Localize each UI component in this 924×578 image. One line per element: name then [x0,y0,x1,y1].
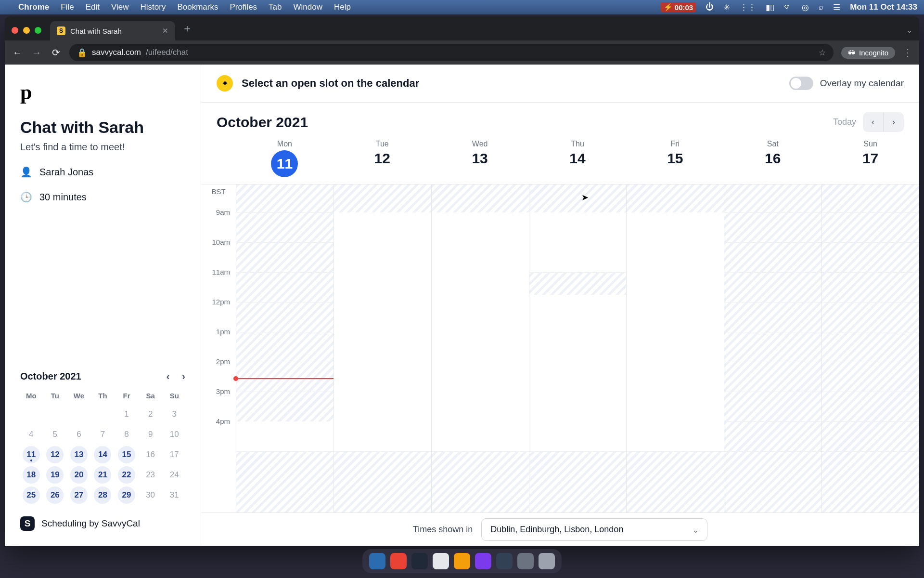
mini-calendar-day[interactable]: 26 [46,486,64,504]
dock-app[interactable] [369,553,385,569]
menubar-item[interactable]: Help [334,2,351,12]
dock-app[interactable] [539,553,555,569]
mini-calendar-day[interactable]: 20 [70,466,88,484]
time-grid[interactable]: BST 9am10am11am12pm1pm2pm3pm4pm ➤ [201,184,919,546]
incognito-badge[interactable]: 🕶 Incognito [841,47,895,59]
dock-app[interactable] [517,553,534,569]
nav-reload-button[interactable]: ⟳ [50,47,62,58]
timezone-value: Dublin, Edinburgh, Lisbon, London [490,525,623,534]
macos-menubar: Chrome FileEditViewHistoryBookmarksProfi… [0,0,924,14]
battery-status[interactable]: ⚡00:03 [661,2,696,12]
mini-calendar-day[interactable]: 12 [46,446,64,463]
overlay-toggle[interactable] [789,77,813,90]
today-button[interactable]: Today [833,117,856,127]
week-next-button[interactable]: › [884,112,904,132]
menubar-item[interactable]: Edit [86,2,100,12]
menubar-item[interactable]: Window [294,2,322,12]
mini-calendar-day[interactable]: 22 [118,466,135,484]
user-icon[interactable]: ◎ [802,2,809,13]
day-column[interactable] [236,184,334,546]
mini-calendar-day[interactable]: 29 [118,486,135,504]
weekday-num: 12 [334,150,431,167]
mini-calendar-day[interactable]: 21 [94,466,111,484]
day-column[interactable] [529,184,627,546]
mini-calendar-day[interactable]: 14 [94,446,111,463]
mini-calendar-dow: Su [163,389,185,403]
day-column[interactable] [334,184,431,546]
weekday-dow: Tue [334,140,431,148]
available-slot[interactable] [236,421,334,451]
mini-calendar-day[interactable]: 25 [23,486,40,504]
mini-calendar-dow: Fr [116,389,138,403]
available-slot[interactable] [334,212,431,451]
tab-strip: S Chat with Sarah ✕ ＋ ⌄ [5,16,919,40]
mini-calendar-dow: Sa [140,389,162,403]
duration-label: 30 minutes [39,192,87,203]
mini-calendar-day: 8 [118,426,135,443]
mini-calendar-day[interactable]: 15 [118,446,135,463]
tab-title: Chat with Sarah [70,27,122,35]
savvycal-logo-icon: S [20,516,35,531]
battery-icon[interactable]: ▮▯ [766,2,774,13]
available-slot[interactable] [627,212,724,451]
browser-tab[interactable]: S Chat with Sarah ✕ [50,21,175,40]
status-icon[interactable]: ✳ [723,2,730,13]
mini-calendar-day[interactable]: 28 [94,486,111,504]
week-prev-button[interactable]: ‹ [863,112,884,132]
day-column[interactable] [431,184,529,546]
tabs-dropdown-button[interactable]: ⌄ [906,26,912,40]
dock-app[interactable] [454,553,470,569]
address-bar[interactable]: 🔒 savvycal.com/uifeed/chat ☆ [69,44,834,61]
mini-calendar-next-button[interactable]: › [182,371,185,382]
mini-calendar-day [70,406,88,423]
menubar-app-name[interactable]: Chrome [18,2,49,12]
nav-back-button[interactable]: ← [12,47,23,58]
weekday-dow: Sun [821,140,919,148]
mini-calendar-day[interactable]: 13 [70,446,88,463]
menubar-item[interactable]: Profiles [230,2,257,12]
hour-label: 1pm [201,328,236,357]
new-tab-button[interactable]: ＋ [175,21,199,40]
day-column[interactable] [821,184,919,546]
status-icon[interactable]: ⏻ [706,2,714,12]
window-close-button[interactable] [12,27,18,34]
day-column[interactable] [626,184,724,546]
mini-calendar-prev-button[interactable]: ‹ [167,371,170,382]
weekday-num: 14 [529,150,627,167]
chrome-menu-button[interactable]: ⋮ [903,47,912,58]
mini-calendar-day[interactable]: 19 [46,466,64,484]
window-zoom-button[interactable] [35,27,41,34]
mini-calendar-dow: Th [92,389,114,403]
weekday-dow: Thu [529,140,627,148]
powered-by[interactable]: S Scheduling by SavvyCal [20,516,185,531]
spotlight-icon[interactable]: ⌕ [819,2,823,12]
week-nav: ‹ › [863,112,904,132]
status-icon[interactable]: ⋮⋮ [740,2,756,13]
mini-calendar-day[interactable]: 11 [23,446,40,463]
mini-calendar-day[interactable]: 18 [23,466,40,484]
menubar-item[interactable]: View [111,2,129,12]
control-center-icon[interactable]: ☰ [833,2,840,13]
timezone-select[interactable]: Dublin, Edinburgh, Lisbon, London ⌄ [481,518,707,541]
menubar-item[interactable]: Tab [269,2,282,12]
available-slot[interactable] [529,295,627,452]
window-minimize-button[interactable] [23,27,30,34]
bookmark-star-icon[interactable]: ☆ [819,48,826,58]
tab-close-button[interactable]: ✕ [162,26,168,35]
menubar-clock[interactable]: Mon 11 Oct 14:33 [850,2,917,12]
wifi-icon[interactable]: ᯤ [784,2,792,12]
nav-forward-button[interactable]: → [31,47,42,58]
menubar-item[interactable]: File [61,2,74,12]
available-slot[interactable] [529,212,627,272]
mini-calendar-day[interactable]: 27 [70,486,88,504]
menubar-item[interactable]: Bookmarks [177,2,218,12]
available-slot[interactable] [432,212,529,451]
dock-app[interactable] [475,553,491,569]
dock-app[interactable] [496,553,513,569]
day-column[interactable] [724,184,821,546]
dock-app[interactable] [433,553,449,569]
lock-icon[interactable]: 🔒 [77,48,87,58]
menubar-item[interactable]: History [140,2,166,12]
dock-app[interactable] [411,553,428,569]
dock-app[interactable] [390,553,407,569]
